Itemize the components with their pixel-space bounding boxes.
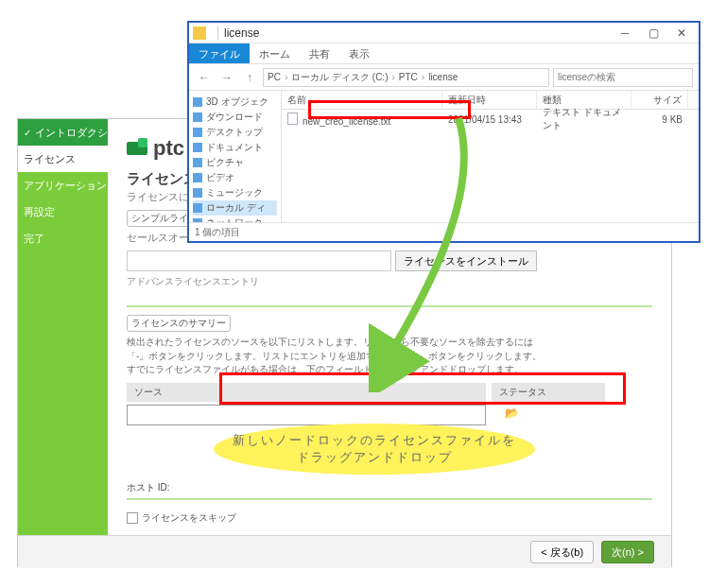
check-icon: ✓: [24, 128, 31, 138]
sidebar-item-label: 再設定: [24, 205, 55, 219]
install-license-button[interactable]: ライセンスをインストール: [395, 251, 537, 271]
explorer-address-row: ← → ↑ PC› ローカル ディスク (C:)› PTC› license: [189, 64, 699, 91]
divider: [127, 498, 652, 500]
nav-network[interactable]: ネットワーク: [193, 216, 277, 222]
ribbon-tab-file[interactable]: ファイル: [189, 43, 250, 63]
nav-downloads[interactable]: ダウンロード: [193, 110, 277, 125]
annotation-highlight-target: [219, 372, 626, 405]
callout-line2: ドラッグアンドドロップ: [297, 449, 453, 466]
divider: [127, 305, 652, 307]
breadcrumb[interactable]: PC› ローカル ディスク (C:)› PTC› license: [263, 68, 549, 87]
advanced-entry-link[interactable]: アドバンスライセンスエントリ: [127, 275, 652, 288]
folder-icon: [193, 26, 206, 40]
explorer-search-input[interactable]: [553, 68, 693, 87]
maximize-button[interactable]: ▢: [640, 25, 666, 42]
installer-sidebar: ✓ イントロダクション ライセンス アプリケーション 再設定 完了: [18, 119, 108, 535]
nav-3d-objects[interactable]: 3D オブジェク: [193, 95, 277, 110]
file-size: 9 KB: [631, 112, 688, 128]
open-folder-icon[interactable]: 📂: [503, 406, 520, 424]
installer-footer: < 戻る(b) 次(n) >: [18, 535, 671, 568]
nav-back-icon[interactable]: ←: [195, 68, 214, 87]
nav-videos[interactable]: ビデオ: [193, 170, 277, 185]
sidebar-item-reset[interactable]: 再設定: [18, 199, 108, 225]
nav-documents[interactable]: ドキュメント: [193, 140, 277, 155]
sidebar-item-finish[interactable]: 完了: [18, 225, 108, 251]
explorer-ribbon: ファイル ホーム 共有 表示: [189, 43, 699, 64]
file-icon: [287, 112, 298, 125]
next-button[interactable]: 次(n) >: [601, 541, 654, 563]
explorer-title: license: [224, 26, 259, 40]
explorer-window: license ─ ▢ ✕ ファイル ホーム 共有 表示 ← → ↑ PC› ロ…: [187, 21, 700, 243]
file-type: テキスト ドキュメント: [537, 103, 631, 135]
license-summary-heading: ライセンスのサマリー: [127, 315, 231, 332]
skip-license-checkbox[interactable]: [127, 512, 138, 524]
sidebar-item-application[interactable]: アプリケーション: [18, 172, 108, 199]
explorer-titlebar: license ─ ▢ ✕: [189, 23, 699, 43]
ptc-logo-icon: [127, 138, 147, 159]
ribbon-tab-view[interactable]: 表示: [339, 43, 379, 63]
skip-license-label: ライセンスをスキップ: [142, 511, 236, 525]
sidebar-item-label: アプリケーション: [24, 179, 107, 193]
ptc-logo-text: ptc: [153, 136, 184, 161]
annotation-highlight-source: [308, 100, 471, 119]
col-size[interactable]: サイズ: [631, 91, 688, 109]
ribbon-tab-home[interactable]: ホーム: [250, 43, 300, 63]
nav-up-icon[interactable]: ↑: [240, 68, 259, 87]
nav-desktop[interactable]: デスクトップ: [193, 125, 277, 140]
nav-local-disk[interactable]: ローカル ディ: [193, 200, 277, 216]
sales-order-input[interactable]: [127, 251, 391, 271]
summary-note: 検出されたライセンスのソースを以下にリストします。リストから不要なソースを除去す…: [127, 336, 652, 377]
callout-line1: 新しいノードロックのライセンスファイルを: [233, 432, 516, 449]
ribbon-tab-share[interactable]: 共有: [300, 43, 339, 63]
close-button[interactable]: ✕: [668, 25, 695, 42]
sidebar-item-license[interactable]: ライセンス: [18, 146, 108, 172]
minimize-button[interactable]: ─: [612, 25, 638, 42]
sidebar-item-intro[interactable]: ✓ イントロダクション: [18, 119, 108, 146]
explorer-navpane: 3D オブジェク ダウンロード デスクトップ ドキュメント ピクチャ ビデオ ミ…: [189, 91, 282, 222]
back-button[interactable]: < 戻る(b): [530, 541, 594, 563]
license-source-input[interactable]: [127, 405, 486, 425]
nav-music[interactable]: ミュージック: [193, 185, 277, 200]
annotation-callout: 新しいノードロックのライセンスファイルを ドラッグアンドドロップ: [214, 424, 535, 475]
nav-forward-icon[interactable]: →: [217, 68, 236, 87]
host-id-label: ホスト ID:: [127, 481, 652, 494]
sidebar-item-label: ライセンス: [24, 152, 76, 166]
sidebar-item-label: 完了: [24, 232, 44, 246]
explorer-statusbar: 1 個の項目: [189, 222, 699, 241]
nav-pictures[interactable]: ピクチャ: [193, 155, 277, 170]
